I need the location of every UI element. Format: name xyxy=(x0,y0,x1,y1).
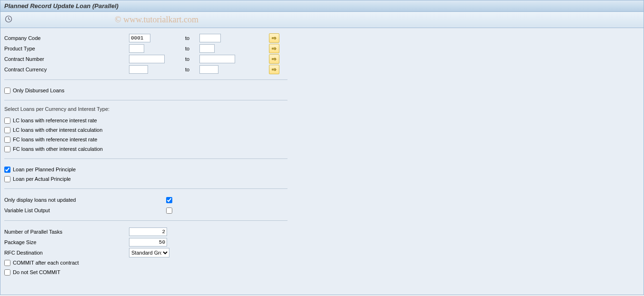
contract-currency-row: Contract Currency to ⇨ xyxy=(4,64,287,75)
actual-principle-checkbox[interactable] xyxy=(4,176,10,182)
only-disbursed-row: Only Disbursed Loans xyxy=(4,86,287,95)
contract-number-multi-button[interactable]: ⇨ xyxy=(269,54,279,64)
lc-other-checkbox[interactable] xyxy=(4,127,10,133)
package-size-label: Package Size xyxy=(4,239,129,245)
company-code-label: Company Code xyxy=(4,35,129,41)
not-updated-checkbox[interactable] xyxy=(166,197,172,203)
watermark-text: © www.tutorialkart.com xyxy=(115,15,198,25)
company-code-row: Company Code to ⇨ xyxy=(4,33,287,43)
product-type-from-input[interactable] xyxy=(129,44,144,53)
contract-currency-multi-button[interactable]: ⇨ xyxy=(269,65,279,74)
company-code-multi-button[interactable]: ⇨ xyxy=(269,33,279,43)
not-updated-row: Only display loans not updated xyxy=(4,195,287,205)
disbursed-section: Only Disbursed Loans xyxy=(4,86,287,100)
planned-principle-label: Loan per Planned Principle xyxy=(13,167,76,172)
display-options-section: Only display loans not updated Variable … xyxy=(4,195,287,221)
planned-principle-row: Loan per Planned Principle xyxy=(4,165,287,174)
app-window: Planned Record Update Loan (Parallel) © … xyxy=(0,0,644,295)
fc-other-row: FC loans with other interest calculation xyxy=(4,144,287,154)
variable-list-row: Variable List Output xyxy=(4,205,287,216)
loan-types-heading: Select Loans per Currency and Interest T… xyxy=(4,106,287,112)
fc-ref-checkbox[interactable] xyxy=(4,137,10,143)
content-area: Company Code to ⇨ Product Type to ⇨ Cont… xyxy=(0,28,644,292)
toolbar: © www.tutorialkart.com xyxy=(0,12,644,28)
page-title: Planned Record Update Loan (Parallel) xyxy=(4,2,119,10)
lc-other-label: LC loans with other interest calculation xyxy=(13,127,102,133)
not-updated-label: Only display loans not updated xyxy=(4,197,166,203)
lc-ref-label: LC loans with reference interest rate xyxy=(13,118,97,123)
fc-ref-row: FC loans with reference interest rate xyxy=(4,135,287,144)
no-commit-checkbox[interactable] xyxy=(4,269,10,276)
actual-principle-row: Loan per Actual Principle xyxy=(4,174,287,184)
product-type-to-input[interactable] xyxy=(199,44,215,53)
variable-list-checkbox[interactable] xyxy=(166,207,172,214)
fc-ref-label: FC loans with reference interest rate xyxy=(13,137,97,142)
company-code-from-input[interactable] xyxy=(129,34,150,42)
to-label: to xyxy=(185,67,199,72)
selection-section: Company Code to ⇨ Product Type to ⇨ Cont… xyxy=(4,33,287,80)
lc-other-row: LC loans with other interest calculation xyxy=(4,125,287,135)
contract-number-to-input[interactable] xyxy=(199,55,235,63)
rfc-destination-select[interactable]: Standard Gro… xyxy=(129,248,169,257)
variable-list-label: Variable List Output xyxy=(4,207,166,213)
parallel-tasks-input[interactable] xyxy=(129,227,167,236)
only-disbursed-checkbox[interactable] xyxy=(4,88,10,94)
arrow-right-icon: ⇨ xyxy=(272,45,277,52)
contract-number-label: Contract Number xyxy=(4,56,129,62)
execute-clock-icon xyxy=(5,15,12,23)
product-type-multi-button[interactable]: ⇨ xyxy=(269,44,279,53)
arrow-right-icon: ⇨ xyxy=(272,56,277,62)
company-code-to-input[interactable] xyxy=(199,34,221,42)
loan-types-section: Select Loans per Currency and Interest T… xyxy=(4,106,287,159)
parallel-tasks-row: Number of Parallel Tasks xyxy=(4,227,287,237)
commit-each-checkbox[interactable] xyxy=(4,260,10,266)
contract-currency-label: Contract Currency xyxy=(4,67,129,72)
contract-number-row: Contract Number to ⇨ xyxy=(4,54,287,64)
execute-button[interactable] xyxy=(4,15,13,23)
to-label: to xyxy=(185,56,199,62)
contract-number-from-input[interactable] xyxy=(129,55,165,63)
svg-line-2 xyxy=(9,19,10,20)
contract-currency-to-input[interactable] xyxy=(199,65,218,74)
commit-each-label: COMMIT after each contract xyxy=(13,260,79,266)
to-label: to xyxy=(185,35,199,41)
contract-currency-from-input[interactable] xyxy=(129,65,148,74)
parallel-section: Number of Parallel Tasks Package Size RF… xyxy=(4,227,287,282)
product-type-row: Product Type to ⇨ xyxy=(4,43,287,54)
commit-each-row: COMMIT after each contract xyxy=(4,258,287,267)
no-commit-row: Do not Set COMMIT xyxy=(4,267,287,277)
arrow-right-icon: ⇨ xyxy=(272,66,277,73)
fc-other-label: FC loans with other interest calculation xyxy=(13,146,103,152)
parallel-tasks-label: Number of Parallel Tasks xyxy=(4,229,129,235)
lc-ref-row: LC loans with reference interest rate xyxy=(4,116,287,125)
planned-principle-checkbox[interactable] xyxy=(4,167,10,173)
title-bar: Planned Record Update Loan (Parallel) xyxy=(0,0,644,12)
rfc-destination-label: RFC Destination xyxy=(4,250,129,256)
lc-ref-checkbox[interactable] xyxy=(4,118,10,124)
package-size-row: Package Size xyxy=(4,237,287,247)
product-type-label: Product Type xyxy=(4,46,129,51)
to-label: to xyxy=(185,46,199,51)
package-size-input[interactable] xyxy=(129,238,167,247)
arrow-right-icon: ⇨ xyxy=(272,35,277,41)
rfc-destination-row: RFC Destination Standard Gro… xyxy=(4,247,287,258)
actual-principle-label: Loan per Actual Principle xyxy=(13,176,71,182)
principle-section: Loan per Planned Principle Loan per Actu… xyxy=(4,165,287,189)
fc-other-checkbox[interactable] xyxy=(4,146,10,152)
only-disbursed-label: Only Disbursed Loans xyxy=(13,88,64,93)
no-commit-label: Do not Set COMMIT xyxy=(13,269,60,275)
